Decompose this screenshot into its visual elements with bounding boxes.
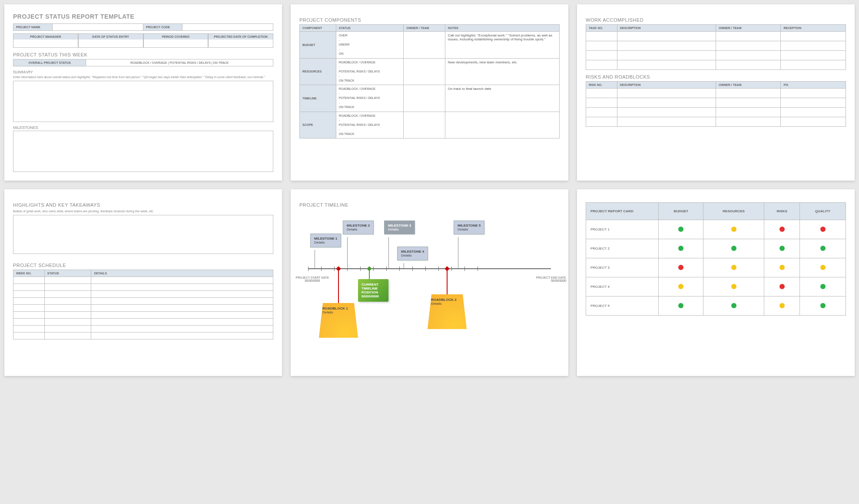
- period-lbl: PERIOD COVERED: [144, 34, 208, 40]
- tick: [373, 267, 374, 271]
- proj-date-val[interactable]: [209, 40, 273, 47]
- table-row[interactable]: [13, 312, 273, 319]
- high-sub: Bullets of great work, who owns what, wh…: [13, 209, 273, 213]
- table-row[interactable]: [13, 277, 273, 284]
- table-row[interactable]: [13, 284, 273, 291]
- risk-col3: FIX: [781, 82, 846, 89]
- status-gr-icon: [820, 246, 826, 251]
- table-row: PROJECT 4: [586, 277, 846, 296]
- risk-table: RISK NO. DESCRIPTION OWNER / TEAM FIX: [586, 81, 846, 127]
- resources-owner[interactable]: [404, 58, 445, 85]
- status-gr-icon: [678, 303, 683, 308]
- table-row[interactable]: [13, 326, 273, 333]
- budget-status[interactable]: OVER - UNDER - ON: [336, 32, 403, 59]
- milestone-1: MILESTONE 1Details: [310, 234, 341, 247]
- timeline-status[interactable]: ROADBLOCK / OVERAGE - POTENTIAL RISKS / …: [336, 85, 403, 112]
- status-dot: [800, 258, 846, 277]
- table-row[interactable]: [586, 60, 846, 70]
- proj-code-val[interactable]: [182, 24, 273, 31]
- tick: [321, 267, 322, 271]
- stem: [388, 237, 389, 268]
- status-gr-icon: [731, 303, 736, 308]
- table-row[interactable]: [13, 305, 273, 312]
- risk-col2: OWNER / TEAM: [716, 82, 781, 89]
- table-row[interactable]: [13, 319, 273, 326]
- timeline-notes[interactable]: On track to final launch date: [445, 85, 559, 112]
- proj-code-lbl: PROJECT CODE: [143, 24, 182, 31]
- scope-notes[interactable]: [445, 112, 559, 138]
- table-row[interactable]: [586, 117, 846, 127]
- rc-col3: QUALITY: [800, 203, 846, 220]
- status-rd-icon: [779, 227, 785, 232]
- sched-col2: DETAILS: [91, 270, 273, 277]
- rc-project: PROJECT 1: [586, 220, 659, 239]
- page-report-card: PROJECT REPORT CARD BUDGET RESOURCES RIS…: [577, 189, 855, 376]
- status-gr-icon: [678, 246, 683, 251]
- end-label: PROJECT END DATE00/00/0000: [527, 276, 566, 282]
- tick: [464, 267, 465, 271]
- current-line: [369, 270, 370, 279]
- pm-val[interactable]: [13, 40, 78, 47]
- work-col3: RECEPTION: [781, 25, 846, 32]
- resources-notes[interactable]: New developments, new team members, etc.: [445, 58, 559, 85]
- date-entry-val[interactable]: [79, 40, 143, 47]
- risk-col0: RISK NO.: [586, 82, 617, 89]
- rc-col1: RESOURCES: [703, 203, 764, 220]
- rc-col0: BUDGET: [659, 203, 703, 220]
- status-dot: [659, 277, 703, 296]
- budget-owner[interactable]: [404, 32, 445, 59]
- status-dot: [659, 239, 703, 258]
- roadblock-1: ROADBLOCK 1 Details: [319, 303, 358, 338]
- highlights-box[interactable]: [13, 215, 273, 254]
- status-ye-icon: [731, 265, 736, 270]
- milestones-box[interactable]: [13, 131, 273, 172]
- project-name-code: PROJECT NAME PROJECT CODE: [13, 23, 273, 31]
- summary-sub: Enter information here about overall sta…: [13, 75, 273, 79]
- table-row[interactable]: [586, 51, 846, 60]
- pm-lbl: PROJECT MANAGER: [13, 34, 78, 40]
- work-col1: DESCRIPTION: [617, 25, 716, 32]
- work-table: TASK NO. DESCRIPTION OWNER / TEAM RECEPT…: [586, 24, 846, 70]
- status-dot: [764, 220, 800, 239]
- table-row[interactable]: [586, 41, 846, 51]
- proj-name-val[interactable]: [52, 24, 143, 31]
- resources-status[interactable]: ROADBLOCK / OVERAGE - POTENTIAL RISKS / …: [336, 58, 403, 85]
- col-status: STATUS: [336, 25, 403, 32]
- status-dot: [703, 239, 764, 258]
- status-dot: [703, 220, 764, 239]
- table-row[interactable]: [586, 89, 846, 98]
- row-budget: BUDGET OVER - UNDER - ON Call out highli…: [300, 32, 560, 59]
- tick: [386, 267, 387, 271]
- tick: [399, 267, 400, 271]
- page-components: PROJECT COMPONENTS COMPONENT STATUS OWNE…: [291, 4, 568, 181]
- status-ye-icon: [731, 284, 736, 289]
- table-row[interactable]: [13, 298, 273, 305]
- col-notes: NOTES: [445, 25, 559, 32]
- timeline-owner[interactable]: [404, 85, 445, 112]
- table-row[interactable]: [586, 108, 846, 117]
- current-position: CURRENT TIMELINE POSITION 00/00/0000: [358, 279, 388, 302]
- roadblock-2: ROADBLOCK 2 Details: [428, 294, 467, 329]
- stem: [315, 250, 315, 268]
- scope-status[interactable]: ROADBLOCK / OVERAGE - POTENTIAL RISKS / …: [336, 112, 403, 138]
- table-row[interactable]: [13, 333, 273, 339]
- rc-project: PROJECT 3: [586, 258, 659, 277]
- milestone-2: MILESTONE 2Details: [343, 221, 374, 234]
- summary-box[interactable]: [13, 81, 273, 122]
- status-gr-icon: [820, 284, 826, 289]
- risk-col1: DESCRIPTION: [617, 82, 716, 89]
- report-card-table: PROJECT REPORT CARD BUDGET RESOURCES RIS…: [586, 202, 846, 316]
- table-row: PROJECT 1: [586, 220, 846, 239]
- table-row[interactable]: [13, 291, 273, 298]
- table-row[interactable]: [586, 32, 846, 41]
- overall-options[interactable]: ROADBLOCK / OVERAGE | POTENTIAL RISKS / …: [86, 59, 273, 66]
- scope-owner[interactable]: [404, 112, 445, 138]
- table-row[interactable]: [586, 98, 846, 108]
- rc-project: PROJECT 2: [586, 239, 659, 258]
- table-row: PROJECT 2: [586, 239, 846, 258]
- timeline-title: PROJECT TIMELINE: [299, 202, 560, 208]
- budget-notes[interactable]: Call out highlights: "Exceptional work."…: [445, 32, 559, 59]
- period-val[interactable]: [144, 40, 208, 47]
- status-ye-icon: [731, 227, 736, 232]
- status-ye-icon: [678, 284, 683, 289]
